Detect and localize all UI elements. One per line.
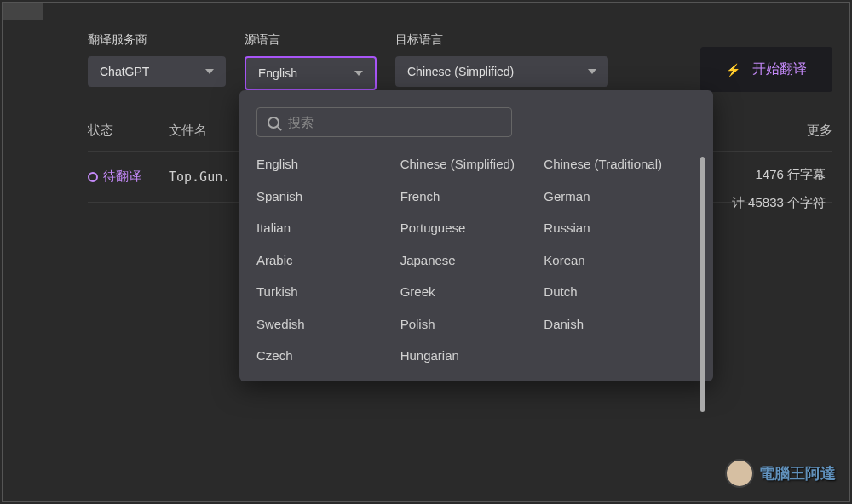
stats-chars: 计 45833 个字符 xyxy=(732,188,826,216)
stats-block: 1476 行字幕 计 45833 个字符 xyxy=(732,160,826,216)
chevron-down-icon xyxy=(354,71,363,76)
col-status-header: 状态 xyxy=(88,123,169,139)
language-option[interactable]: Dutch xyxy=(544,284,679,301)
language-option[interactable]: Japanese xyxy=(400,252,536,269)
language-option[interactable]: French xyxy=(400,188,536,205)
status-badge: 待翻译 xyxy=(88,169,169,185)
language-dropdown-panel: EnglishChinese (Simplified)Chinese (Trad… xyxy=(239,90,713,381)
language-option[interactable]: Korean xyxy=(544,252,679,269)
language-option[interactable]: Portuguese xyxy=(400,220,536,237)
language-option[interactable]: English xyxy=(256,156,392,173)
search-box[interactable] xyxy=(256,107,512,137)
watermark: 電腦王阿達 xyxy=(725,459,836,488)
start-translate-button[interactable]: ⚡ 开始翻译 xyxy=(700,47,832,92)
source-lang-dropdown[interactable]: English xyxy=(245,56,377,90)
language-option xyxy=(544,347,679,364)
provider-label: 翻译服务商 xyxy=(88,32,226,48)
language-option[interactable]: Czech xyxy=(256,347,392,364)
col-more-header: 更多 xyxy=(807,123,832,139)
language-option[interactable]: Italian xyxy=(256,220,392,237)
language-grid: EnglishChinese (Simplified)Chinese (Trad… xyxy=(256,156,696,364)
language-option[interactable]: Turkish xyxy=(256,284,392,301)
scrollbar-thumb[interactable] xyxy=(700,157,705,412)
language-option[interactable]: Swedish xyxy=(256,316,392,333)
provider-dropdown[interactable]: ChatGPT xyxy=(88,56,226,87)
language-option[interactable]: German xyxy=(544,188,679,205)
stats-lines: 1476 行字幕 xyxy=(732,160,826,188)
provider-value: ChatGPT xyxy=(100,65,149,78)
status-text: 待翻译 xyxy=(103,169,141,185)
provider-group: 翻译服务商 ChatGPT xyxy=(88,32,226,87)
chevron-down-icon xyxy=(205,69,214,74)
watermark-text: 電腦王阿達 xyxy=(759,463,836,484)
target-label: 目标语言 xyxy=(395,32,608,48)
circle-icon xyxy=(88,172,98,182)
search-icon xyxy=(268,117,279,129)
language-option[interactable]: Hungarian xyxy=(400,347,536,364)
language-option[interactable]: Chinese (Simplified) xyxy=(400,156,536,173)
source-lang-group: 源语言 English xyxy=(245,32,377,90)
bolt-icon: ⚡ xyxy=(726,63,740,77)
language-option[interactable]: Arabic xyxy=(256,252,392,269)
source-label: 源语言 xyxy=(245,32,377,48)
chevron-down-icon xyxy=(588,69,596,74)
search-input[interactable] xyxy=(288,115,501,129)
watermark-face-icon xyxy=(725,459,754,488)
target-value: Chinese (Simplified) xyxy=(407,65,514,78)
app-window: 翻译服务商 ChatGPT 源语言 English 目标语言 Chinese (… xyxy=(2,2,850,502)
language-option[interactable]: Polish xyxy=(400,316,536,333)
source-value: English xyxy=(258,66,297,80)
language-option[interactable]: Russian xyxy=(544,220,679,237)
start-translate-label: 开始翻译 xyxy=(752,60,807,78)
language-option[interactable]: Danish xyxy=(544,316,679,333)
target-lang-dropdown[interactable]: Chinese (Simplified) xyxy=(395,56,608,87)
language-option[interactable]: Greek xyxy=(400,284,536,301)
target-lang-group: 目标语言 Chinese (Simplified) xyxy=(395,32,608,87)
language-option[interactable]: Spanish xyxy=(256,188,392,205)
status-cell: 待翻译 xyxy=(88,169,169,185)
language-option[interactable]: Chinese (Traditional) xyxy=(544,156,679,173)
top-controls: 翻译服务商 ChatGPT 源语言 English 目标语言 Chinese (… xyxy=(3,3,849,90)
